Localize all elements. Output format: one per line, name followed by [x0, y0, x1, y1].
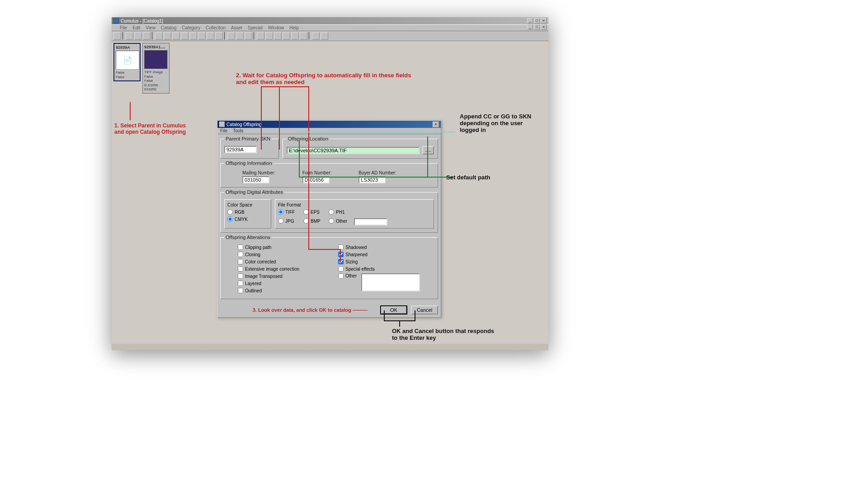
- parent-skn-input[interactable]: [224, 146, 257, 153]
- toolbar-button[interactable]: [265, 32, 273, 40]
- file-format-jpg[interactable]: JPG: [278, 218, 303, 224]
- dialog-menu-tools[interactable]: Tools: [233, 128, 243, 133]
- alt-sharpened[interactable]: Sharpened: [338, 252, 434, 257]
- buyer-ad-input[interactable]: [359, 176, 386, 183]
- minimize-icon[interactable]: _: [527, 18, 533, 23]
- menu-window[interactable]: Window: [268, 25, 284, 30]
- alt-other[interactable]: Other: [338, 273, 434, 291]
- toolbar-button[interactable]: [207, 32, 214, 40]
- step2-annotation: 2. Wait for Catalog Offspring to automat…: [236, 72, 444, 85]
- alt-shadowed[interactable]: Shadowed: [338, 244, 434, 250]
- workspace: 92939A 📄 False False 92939A1.... TIFF Im…: [112, 41, 548, 344]
- toolbar-button[interactable]: [274, 32, 282, 40]
- menu-edit[interactable]: Edit: [132, 25, 140, 30]
- toolbar-button[interactable]: [143, 32, 151, 40]
- menu-asset[interactable]: Asset: [231, 25, 242, 30]
- step3-annotation: 3. Look over data, and click OK to catal…: [220, 305, 377, 314]
- toolbar-button[interactable]: [321, 32, 328, 40]
- alt-other-text[interactable]: [361, 273, 420, 291]
- toolbar-button[interactable]: [155, 32, 163, 40]
- mailing-number-input[interactable]: [242, 176, 269, 183]
- alt-sizing[interactable]: Sizing: [338, 259, 434, 264]
- thumbnail-image: [144, 50, 168, 69]
- alt-clipping-path[interactable]: Clipping path: [238, 244, 334, 250]
- offspring-location-input[interactable]: [287, 147, 420, 154]
- annotation-line: [130, 102, 131, 120]
- cancel-button[interactable]: Cancel: [411, 305, 438, 314]
- file-format-tiff[interactable]: TIFF: [278, 209, 303, 215]
- color-space-cmyk[interactable]: CMYK: [227, 216, 268, 222]
- file-format-other-input[interactable]: [354, 218, 387, 225]
- toolbar-button[interactable]: [113, 32, 121, 40]
- toolbar-button[interactable]: [291, 32, 299, 40]
- dialog-close-icon[interactable]: ×: [433, 122, 439, 127]
- menu-special[interactable]: Special: [248, 25, 263, 30]
- maximize-icon[interactable]: □: [534, 18, 540, 23]
- alt-extensive[interactable]: Extensive image correction: [238, 266, 334, 272]
- toolbar: [112, 31, 548, 41]
- color-space-label: Color Space: [227, 202, 268, 207]
- alt-outlined[interactable]: Outlined: [238, 288, 334, 293]
- dialog-icon: [219, 122, 225, 127]
- thumbnail-title: 92939A1....: [144, 45, 168, 49]
- thumbnail-item[interactable]: 92939A1.... TIFF Image False False D-016…: [142, 43, 170, 94]
- form-number-input[interactable]: [302, 176, 330, 183]
- offspring-location-legend: Offspring Location: [287, 136, 330, 141]
- toolbar-button[interactable]: [227, 32, 235, 40]
- alt-color-corrected[interactable]: Color corrected: [238, 259, 334, 264]
- menu-help[interactable]: Help: [289, 25, 299, 30]
- menu-view[interactable]: View: [146, 25, 156, 30]
- toolbar-button[interactable]: [172, 32, 180, 40]
- toolbar-button[interactable]: [245, 32, 252, 40]
- mdi-minimize-icon[interactable]: _: [527, 24, 533, 30]
- file-format-ph1[interactable]: PH1: [329, 209, 354, 215]
- toolbar-button[interactable]: [126, 32, 133, 40]
- annotation-line: [384, 320, 415, 321]
- color-space-rgb[interactable]: RGB: [227, 209, 268, 215]
- buyer-ad-label: Buyer AD Number:: [359, 170, 396, 175]
- menu-file[interactable]: File: [120, 25, 127, 30]
- toolbar-button[interactable]: [300, 32, 307, 40]
- mdi-close-icon[interactable]: ×: [541, 24, 547, 30]
- toolbar-button[interactable]: [257, 32, 264, 40]
- parent-skn-legend: Parent Primary SKN: [224, 136, 272, 141]
- menu-catalog[interactable]: Catalog: [161, 25, 176, 30]
- thumbnail-image: 📄: [116, 51, 139, 70]
- alt-transposed[interactable]: Image Transposed: [238, 273, 334, 279]
- toolbar-button[interactable]: [312, 32, 320, 40]
- menubar: File Edit View Catalog Category Collecti…: [112, 24, 548, 31]
- toolbar-button[interactable]: [164, 32, 171, 40]
- dialog-menu-file[interactable]: File: [220, 128, 227, 133]
- dialog-menubar: File Tools: [217, 128, 441, 134]
- file-format-other[interactable]: Other: [329, 218, 354, 224]
- thumbnail-title: 92939A: [116, 45, 138, 50]
- mailing-number-label: Mailing Number:: [242, 170, 275, 175]
- annotation-line: [261, 86, 309, 87]
- form-number-label: Form Number:: [302, 170, 331, 175]
- toolbar-button[interactable]: [181, 32, 189, 40]
- file-format-bmp[interactable]: BMP: [303, 218, 329, 224]
- toolbar-button[interactable]: [198, 32, 206, 40]
- toolbar-button[interactable]: [283, 32, 290, 40]
- append-skn-annotation: Append CC or GG to SKN depending on the …: [460, 113, 541, 133]
- menu-category[interactable]: Category: [182, 25, 200, 30]
- browse-button[interactable]: .....: [422, 146, 434, 155]
- mdi-maximize-icon[interactable]: □: [534, 24, 540, 30]
- toolbar-button[interactable]: [134, 32, 142, 40]
- dialog-title: Catalog Offspring: [226, 122, 433, 127]
- alt-layered[interactable]: Layered: [238, 281, 334, 286]
- toolbar-button[interactable]: [189, 32, 197, 40]
- ok-button[interactable]: OK: [380, 305, 407, 314]
- annotation-line: [399, 320, 400, 327]
- close-icon[interactable]: ×: [541, 18, 547, 23]
- alt-cloning[interactable]: Cloning: [238, 252, 334, 257]
- menu-collection[interactable]: Collection: [206, 25, 226, 30]
- ok-cancel-annotation: OK and Cancel button that responds to th…: [392, 328, 500, 341]
- thumbnail-item[interactable]: 92939A 📄 False False: [113, 43, 141, 81]
- toolbar-button[interactable]: [236, 32, 244, 40]
- offspring-info-legend: Offspring Information: [224, 160, 274, 166]
- app-title: Cumulus - [Catalog1]: [121, 19, 163, 23]
- file-format-eps[interactable]: EPS: [303, 209, 329, 215]
- toolbar-button[interactable]: [215, 32, 223, 40]
- alt-special[interactable]: Special effects: [338, 266, 434, 272]
